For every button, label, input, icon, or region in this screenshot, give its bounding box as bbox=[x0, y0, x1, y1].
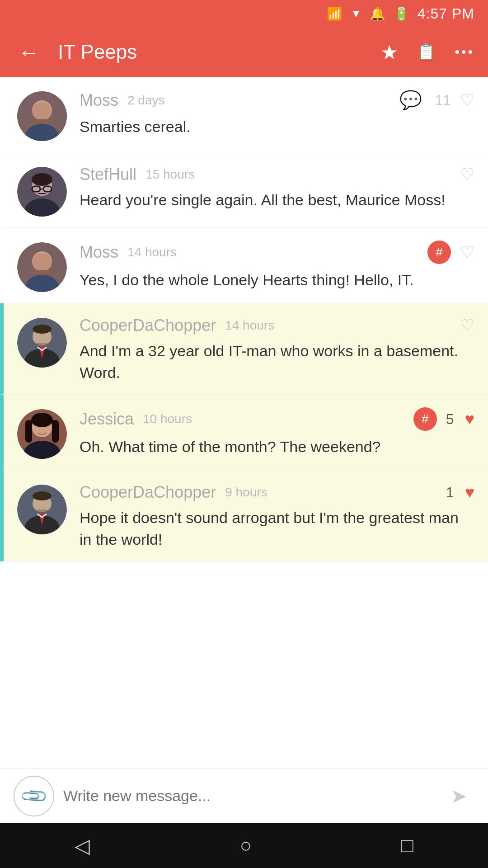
info-button[interactable]: 📋 bbox=[416, 42, 436, 61]
message-username: Jessica bbox=[80, 410, 134, 429]
message-text: And I'm a 32 year old IT-man who works i… bbox=[80, 340, 474, 383]
svg-rect-4 bbox=[31, 119, 53, 123]
like-count: 1 bbox=[446, 484, 454, 501]
message-username: CooperDaChopper bbox=[80, 483, 216, 502]
message-header: CooperDaChopper 14 hours ♡ bbox=[80, 316, 474, 335]
message-content: CooperDaChopper 14 hours ♡ And I'm a 32 … bbox=[80, 316, 474, 383]
message-time: 14 hours bbox=[225, 318, 274, 333]
svg-rect-17 bbox=[31, 270, 53, 274]
nav-back-button[interactable]: ◁ bbox=[75, 834, 90, 857]
avatar bbox=[17, 409, 67, 459]
messages-area: Moss 2 days 💬 11 ♡ Smarties cereal. bbox=[0, 77, 488, 665]
svg-point-3 bbox=[32, 102, 52, 120]
avatar bbox=[17, 318, 67, 368]
message-text: Heard you're single again. All the best,… bbox=[80, 189, 474, 211]
status-wifi-icon: 📶 bbox=[327, 6, 343, 21]
comment-badge[interactable]: # bbox=[427, 241, 451, 264]
status-bar: 📶 ▼ 🔔 🔋 4:57 PM bbox=[0, 0, 488, 27]
message-username: Moss bbox=[80, 243, 118, 262]
list-item: StefHull 15 hours ♡ Heard you're single … bbox=[0, 152, 488, 228]
message-content: StefHull 15 hours ♡ Heard you're single … bbox=[80, 165, 474, 211]
svg-point-28 bbox=[31, 413, 53, 427]
message-time: 9 hours bbox=[225, 485, 267, 500]
list-item: CooperDaChopper 14 hours ♡ And I'm a 32 … bbox=[0, 303, 488, 395]
message-text: Hope it doesn't sound arrogant but I'm t… bbox=[80, 507, 474, 550]
header-actions: ★ 📋 ••• bbox=[380, 41, 474, 64]
message-time: 10 hours bbox=[143, 412, 192, 426]
attach-button[interactable]: 📎 bbox=[14, 776, 54, 816]
message-time: 15 hours bbox=[145, 167, 195, 182]
message-header: Moss 14 hours # ♡ bbox=[80, 241, 474, 264]
avatar bbox=[17, 485, 67, 534]
svg-rect-30 bbox=[52, 420, 59, 443]
nav-recent-button[interactable]: □ bbox=[401, 834, 413, 857]
list-item: Jessica 10 hours # 5 ♥ Oh. What time of … bbox=[0, 395, 488, 470]
message-content: CooperDaChopper 9 hours 1 ♥ Hope it does… bbox=[80, 483, 474, 550]
nav-home-button[interactable]: ○ bbox=[239, 834, 252, 857]
list-item: CooperDaChopper 9 hours 1 ♥ Hope it does… bbox=[0, 470, 488, 561]
input-area: 📎 ➤ bbox=[0, 769, 488, 823]
more-button[interactable]: ••• bbox=[455, 44, 474, 60]
svg-point-16 bbox=[32, 253, 52, 271]
heart-icon[interactable]: ♡ bbox=[460, 316, 474, 335]
svg-point-35 bbox=[33, 491, 52, 500]
send-button[interactable]: ➤ bbox=[443, 780, 474, 812]
like-count: 5 bbox=[446, 411, 454, 428]
status-notification-icon: 🔔 bbox=[370, 6, 385, 21]
status-signal-icon: ▼ bbox=[351, 7, 361, 20]
heart-icon[interactable]: ♡ bbox=[460, 165, 474, 184]
message-header: CooperDaChopper 9 hours 1 ♥ bbox=[80, 483, 474, 502]
message-header: Jessica 10 hours # 5 ♥ bbox=[80, 407, 474, 431]
avatar bbox=[17, 91, 67, 141]
heart-icon[interactable]: ♡ bbox=[460, 243, 474, 262]
message-username: StefHull bbox=[80, 165, 136, 184]
status-battery-icon: 🔋 bbox=[394, 6, 409, 21]
star-button[interactable]: ★ bbox=[380, 41, 398, 64]
message-username: CooperDaChopper bbox=[80, 316, 216, 335]
message-header: Moss 2 days 💬 11 ♡ bbox=[80, 90, 474, 111]
page-title: IT Peeps bbox=[58, 41, 367, 63]
message-username: Moss bbox=[80, 91, 118, 110]
reply-icon[interactable]: 💬 bbox=[399, 90, 422, 111]
status-time: 4:57 PM bbox=[418, 5, 474, 22]
back-button[interactable]: ← bbox=[14, 35, 44, 69]
message-text: Oh. What time of the month? The weekend? bbox=[80, 436, 474, 458]
list-item: Moss 14 hours # ♡ Yes, I do the whole Lo… bbox=[0, 228, 488, 303]
svg-rect-29 bbox=[25, 420, 32, 443]
heart-icon[interactable]: ♥ bbox=[465, 410, 474, 429]
svg-rect-36 bbox=[36, 509, 48, 513]
message-text: Yes, I do the whole Lonely Hearts thing!… bbox=[80, 269, 474, 291]
message-text: Smarties cereal. bbox=[80, 116, 474, 138]
message-time: 2 days bbox=[127, 93, 165, 108]
like-count-label: 11 bbox=[435, 92, 451, 108]
list-item: Moss 2 days 💬 11 ♡ Smarties cereal. bbox=[0, 77, 488, 152]
top-bar: ← IT Peeps ★ 📋 ••• bbox=[0, 27, 488, 77]
message-header: StefHull 15 hours ♡ bbox=[80, 165, 474, 184]
message-content: Jessica 10 hours # 5 ♥ Oh. What time of … bbox=[80, 407, 474, 458]
send-icon: ➤ bbox=[450, 784, 467, 807]
attach-icon: 📎 bbox=[19, 780, 50, 811]
avatar bbox=[17, 167, 67, 217]
comment-badge[interactable]: # bbox=[413, 407, 437, 431]
svg-rect-23 bbox=[36, 343, 48, 346]
svg-point-22 bbox=[33, 325, 52, 334]
message-content: Moss 2 days 💬 11 ♡ Smarties cereal. bbox=[80, 90, 474, 138]
message-input[interactable] bbox=[63, 787, 434, 805]
message-content: Moss 14 hours # ♡ Yes, I do the whole Lo… bbox=[80, 241, 474, 291]
nav-bar: ◁ ○ □ bbox=[0, 823, 488, 868]
heart-icon[interactable]: ♥ bbox=[465, 483, 474, 502]
avatar bbox=[17, 242, 67, 292]
message-time: 14 hours bbox=[127, 245, 177, 259]
heart-icon[interactable]: ♡ bbox=[460, 91, 474, 110]
svg-point-9 bbox=[32, 173, 52, 186]
